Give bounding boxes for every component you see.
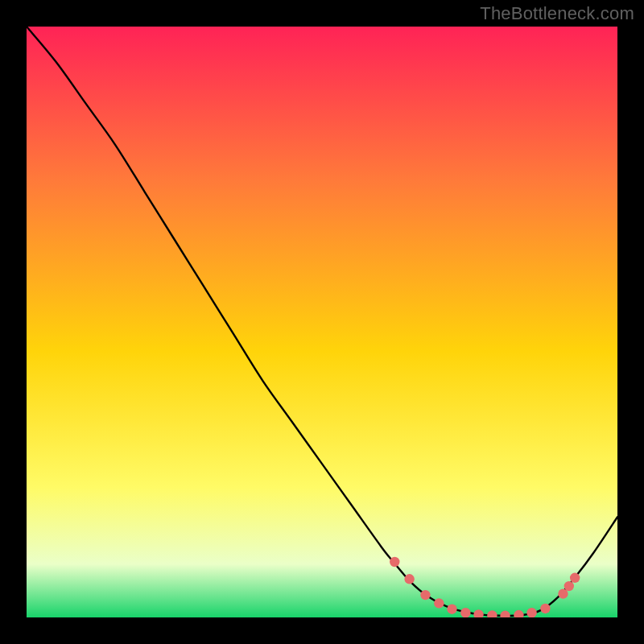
marker-dot [390,557,399,567]
marker-dot [570,573,580,583]
marker-dot [526,608,536,617]
marker-dot [404,574,414,584]
marker-dot [447,605,456,614]
plot-area [27,27,617,617]
marker-dot [420,590,430,600]
chart-stage: TheBottleneck.com [0,0,644,644]
gradient-background [27,27,617,617]
watermark-text: TheBottleneck.com [480,3,634,24]
marker-dot [564,581,574,591]
marker-dot [434,598,444,608]
marker-dot [460,608,470,617]
plot-svg [27,27,617,617]
marker-dot [540,604,550,613]
